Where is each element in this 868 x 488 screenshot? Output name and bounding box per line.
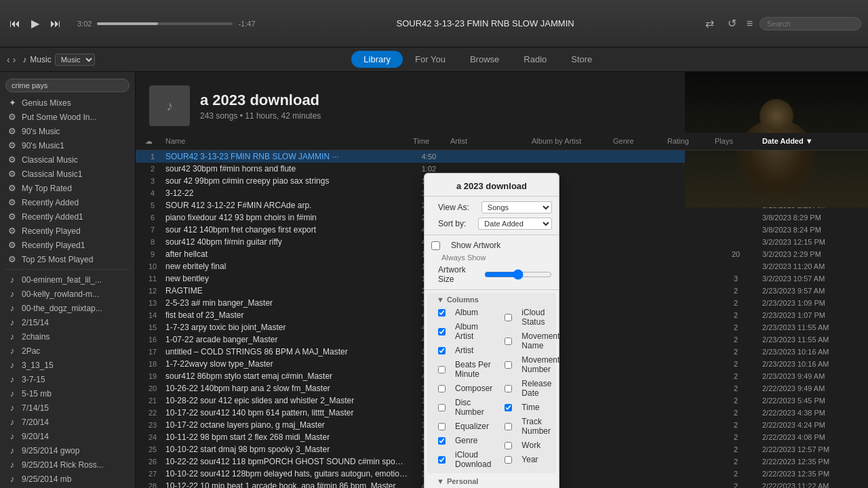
sidebar-item-7-20-14[interactable]: ♪ 7/20/14 (0, 415, 135, 429)
sidebar-item-90s-music1[interactable]: ⚙ 90's Music1 (0, 138, 135, 152)
tab-browse[interactable]: Browse (458, 51, 511, 68)
sidebar-item-recently-played1[interactable]: ⚙ Recently Played1 (0, 238, 135, 252)
sidebar-item-3-7-15[interactable]: ♪ 3-7-15 (0, 372, 135, 386)
columns-col2: iCloud Status Movement Name Movement Num… (502, 306, 569, 471)
sidebar-item-5-15-mb[interactable]: ♪ 5-15 mb (0, 386, 135, 401)
sidebar-item-9-25-gwop[interactable]: ♪ 9/25/2014 gwop (0, 443, 135, 458)
track-title-cell: fist beat of 23_Master (163, 310, 410, 320)
track-num: 24 (142, 433, 163, 441)
col-release-date: Release Date (502, 377, 569, 400)
sidebar-item-2pac[interactable]: ♪ 2Pac (0, 344, 135, 358)
sidebar-item-genius-mixes[interactable]: ✦ Genius Mixes (0, 96, 135, 110)
90s-music-icon: ⚙ (7, 126, 18, 136)
sidebar-item-9-25-rick[interactable]: ♪ 9/25/2014 Rick Ross... (0, 458, 135, 472)
sidebar-item-put-some-wood[interactable]: ⚙ Put Some Wood In... (0, 110, 135, 124)
sidebar-item-my-top-rated[interactable]: ⚙ My Top Rated (0, 181, 135, 195)
track-num: 16 (142, 336, 163, 344)
sort-by-select[interactable]: Date Added Name Artist (478, 218, 552, 230)
tab-library[interactable]: Library (351, 51, 403, 68)
list-view-button[interactable]: ≡ (747, 18, 753, 30)
recently-played-icon: ⚙ (7, 226, 18, 236)
prev-button[interactable]: ⏮ (7, 15, 23, 33)
personal-triangle-icon: ▼ (437, 477, 444, 485)
track-plays: 3 (712, 274, 760, 283)
personal-section-header[interactable]: ▼ Personal (431, 476, 552, 487)
sidebar-item-7-14-15[interactable]: ♪ 7/14/15 (0, 401, 135, 415)
columns-checkboxes: Album Album Artist Artist Beats Per Minu… (431, 305, 552, 472)
col-header-artist: Artist (448, 136, 529, 147)
columns-section: ▼ Columns Album Album Artist Artist Beat… (427, 293, 556, 473)
music-select[interactable]: Music (55, 54, 95, 66)
col-icloud-status-cb[interactable] (505, 314, 512, 321)
sidebar-item-recently-played[interactable]: ⚙ Recently Played (0, 224, 135, 238)
sidebar-search-input[interactable] (5, 79, 130, 92)
sidebar-item-classical-music[interactable]: ⚙ Classical Music (0, 152, 135, 167)
sidebar-item-2-15-14[interactable]: ♪ 2/15/14 (0, 315, 135, 329)
sidebar-item-00-kelly[interactable]: ♪ 00-kelly_rowland-m... (0, 287, 135, 301)
tab-for-you[interactable]: For You (403, 51, 458, 68)
col-movement-name-cb[interactable] (505, 338, 512, 345)
right-controls: ⇄ ↺ ≡ (702, 17, 861, 30)
track-title-cell: SOUR 412 3-12-22 F#MIN ARCAde arp. (163, 201, 410, 210)
shuffle-button[interactable]: ⇄ (705, 17, 714, 30)
col-year-cb[interactable] (505, 456, 512, 464)
col-icloud-status: iCloud Status (502, 306, 569, 329)
col-release-date-cb[interactable] (505, 385, 512, 392)
search-input[interactable] (760, 17, 861, 30)
track-title-cell: 10-11-22 98 bpm start 2 flex 268 midi_Ma… (163, 432, 410, 442)
sidebar-item-9-20-14[interactable]: ♪ 9/20/14 (0, 429, 135, 443)
show-artwork-checkbox[interactable] (431, 241, 440, 250)
artwork-size-row: Artwork Size (425, 262, 559, 287)
col-time-cb[interactable] (505, 404, 512, 411)
sidebar-label: 5-15 mb (22, 389, 52, 399)
columns-section-header[interactable]: ▼ Columns (431, 294, 552, 305)
sort-by-row: Sort by: Date Added Name Artist (425, 216, 559, 232)
col-equalizer-cb[interactable] (438, 423, 446, 430)
col-icloud-dl-cb[interactable] (438, 456, 446, 464)
sidebar-item-3-13-15[interactable]: ♪ 3_13_15 (0, 358, 135, 372)
col-genre: Genre (435, 434, 502, 447)
track-plays: 2 (712, 311, 760, 319)
col-album-artist: Album Artist (435, 320, 502, 343)
col-header-date: Date Added ▼ (760, 136, 861, 147)
col-track-num-cb[interactable] (505, 423, 512, 430)
genius-mixes-icon: ✦ (7, 98, 18, 108)
col-movement-num-cb[interactable] (505, 361, 512, 369)
classical-music1-icon: ⚙ (7, 169, 18, 179)
sidebar-item-90s-music[interactable]: ⚙ 90's Music (0, 124, 135, 138)
progress-bar[interactable] (97, 22, 233, 25)
col-genre-cb[interactable] (438, 437, 446, 445)
next-button[interactable]: ⏭ (47, 15, 64, 33)
tab-store[interactable]: Store (559, 51, 604, 68)
col-work-cb[interactable] (505, 442, 512, 449)
col-album-artist-cb[interactable] (438, 328, 446, 336)
repeat-button[interactable]: ↺ (728, 17, 736, 30)
view-as-select[interactable]: Songs Albums Artists (481, 201, 552, 214)
col-artist-cb[interactable] (438, 347, 446, 354)
col-bpm-cb[interactable] (438, 366, 446, 373)
col-disc-num-cb[interactable] (438, 404, 446, 411)
sidebar-item-recently-added[interactable]: ⚙ Recently Added (0, 195, 135, 209)
sidebar: ✦ Genius Mixes ⚙ Put Some Wood In... ⚙ 9… (0, 72, 136, 488)
track-num: 25 (142, 445, 163, 453)
track-date-added: 3/2/2023 10:57 AM (760, 274, 861, 283)
sidebar-item-classical-music1[interactable]: ⚙ Classical Music1 (0, 167, 135, 181)
personal-section-title: Personal (447, 477, 478, 485)
tab-radio[interactable]: Radio (511, 51, 559, 68)
sidebar-item-top-25[interactable]: ⚙ Top 25 Most Played (0, 252, 135, 266)
sidebar-item-recently-added1[interactable]: ⚙ Recently Added1 (0, 209, 135, 224)
always-show-label: Always Show (425, 253, 559, 262)
col-movement-name: Movement Name (502, 329, 569, 352)
sidebar-item-2chains[interactable]: ♪ 2chains (0, 329, 135, 344)
forward-button[interactable]: › (13, 54, 16, 65)
play-button[interactable]: ▶ (28, 14, 42, 33)
col-composer-cb[interactable] (438, 385, 446, 392)
col-album-cb[interactable] (438, 309, 446, 317)
sidebar-item-9-25-mb[interactable]: ♪ 9/25/2014 mb (0, 472, 135, 486)
sidebar-item-00-dogz[interactable]: ♪ 00-the_dogz_mixtap... (0, 301, 135, 315)
progress-area: 3:02 -1:47 (77, 20, 256, 28)
col-work: Work (502, 439, 569, 452)
back-button[interactable]: ‹ (7, 54, 10, 65)
artwork-size-slider[interactable] (484, 269, 552, 280)
sidebar-item-00-eminem[interactable]: ♪ 00-eminem_feat_lil_... (0, 272, 135, 287)
